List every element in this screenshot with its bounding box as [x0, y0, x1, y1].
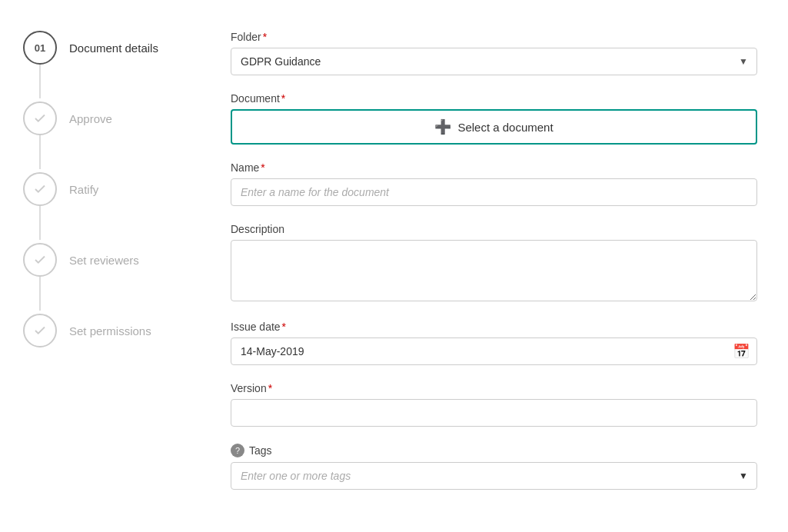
- step-approve[interactable]: Approve: [23, 101, 192, 135]
- step-label-set-reviewers: Set reviewers: [69, 254, 139, 267]
- document-required-star: *: [281, 92, 285, 105]
- step-number-1: 01: [35, 42, 45, 54]
- document-label: Document*: [231, 92, 757, 105]
- tags-select[interactable]: Enter one or more tags: [231, 462, 757, 490]
- step-label-document-details: Document details: [69, 42, 158, 55]
- description-field-group: Description: [231, 223, 757, 304]
- issue-date-field-group: Issue date* 📅: [231, 321, 757, 365]
- folder-field-group: Folder* GDPR Guidance ▼: [231, 31, 757, 75]
- step-circle-approve: [23, 101, 57, 135]
- step-set-permissions[interactable]: Set permissions: [23, 314, 192, 347]
- select-document-button-label: Select a document: [457, 121, 553, 134]
- version-field-group: Version*: [231, 382, 757, 427]
- description-label: Description: [231, 223, 757, 235]
- name-required-star: *: [261, 161, 264, 174]
- folder-required-star: *: [263, 31, 267, 43]
- step-circle-set-reviewers: [23, 243, 57, 277]
- select-document-button[interactable]: ➕ Select a document: [231, 109, 757, 145]
- tags-wrapper[interactable]: Enter one or more tags ▼: [231, 462, 757, 490]
- tags-label-row: ? Tags: [231, 444, 757, 457]
- version-label: Version*: [231, 382, 757, 394]
- plus-circle-icon: ➕: [434, 118, 451, 135]
- folder-label: Folder*: [231, 31, 757, 43]
- name-input[interactable]: [231, 178, 757, 206]
- step-ratify[interactable]: Ratify: [23, 172, 192, 206]
- issue-date-label: Issue date*: [231, 321, 757, 333]
- issue-date-wrapper: 📅: [231, 337, 757, 365]
- steps-sidebar: 01 Document details Approve Ratify: [0, 23, 215, 530]
- issue-date-input[interactable]: [231, 337, 757, 365]
- step-label-set-permissions: Set permissions: [69, 324, 151, 337]
- step-circle-set-permissions: [23, 314, 57, 347]
- name-field-group: Name*: [231, 161, 757, 206]
- issue-date-required-star: *: [282, 321, 286, 333]
- tags-label: Tags: [249, 444, 272, 457]
- form-area: Folder* GDPR Guidance ▼ Document* ➕ Sele…: [215, 23, 788, 530]
- version-required-star: *: [268, 382, 272, 394]
- step-label-ratify: Ratify: [69, 183, 98, 196]
- folder-select-wrapper[interactable]: GDPR Guidance ▼: [231, 48, 757, 75]
- step-circle-1: 01: [23, 31, 57, 65]
- tags-field-group: ? Tags Enter one or more tags ▼: [231, 444, 757, 490]
- step-circle-ratify: [23, 172, 57, 206]
- document-field-group: Document* ➕ Select a document: [231, 92, 757, 145]
- version-input[interactable]: [231, 399, 757, 427]
- name-label: Name*: [231, 161, 757, 174]
- step-set-reviewers[interactable]: Set reviewers: [23, 243, 192, 277]
- step-document-details[interactable]: 01 Document details: [23, 31, 192, 65]
- step-label-approve: Approve: [69, 112, 112, 125]
- tags-help-icon[interactable]: ?: [231, 444, 244, 457]
- folder-select[interactable]: GDPR Guidance: [231, 48, 757, 75]
- description-textarea[interactable]: [231, 240, 757, 301]
